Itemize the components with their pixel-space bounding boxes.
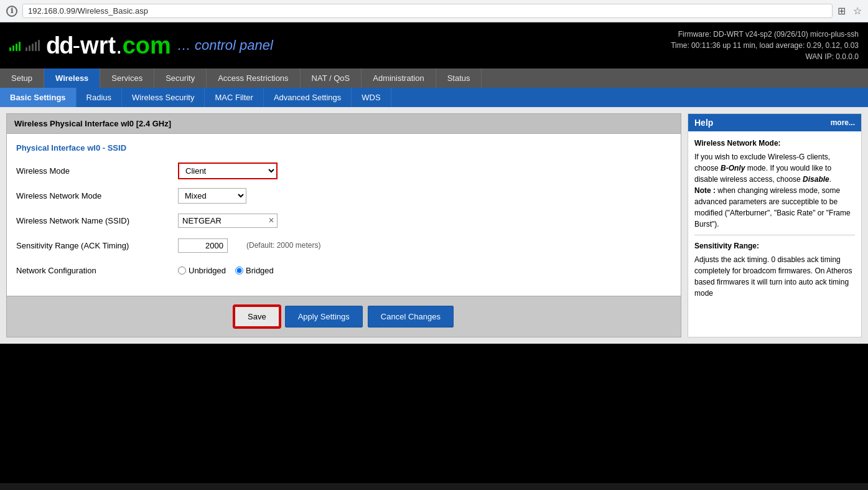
wireless-network-mode-control: Mixed B-Only G-Only N-Only Disabled — [178, 188, 246, 204]
buttons-area: Save Apply Settings Cancel Changes — [6, 296, 681, 337]
section-header: Wireless Physical Interface wl0 [2.4 GHz… — [6, 113, 681, 134]
network-config-label: Network Configuration — [16, 266, 178, 275]
nav-services[interactable]: Services — [100, 68, 154, 88]
unbridged-radio[interactable] — [178, 266, 186, 275]
help-header: Help more... — [688, 114, 861, 131]
nav-status[interactable]: Status — [436, 68, 482, 88]
wireless-mode-select[interactable]: AP Client Ad-Hoc Monitor — [178, 163, 278, 179]
bookmark-icon[interactable]: ☆ — [853, 5, 862, 17]
subnav-advanced-settings[interactable]: Advanced Settings — [264, 88, 352, 107]
bridged-radio[interactable] — [235, 266, 243, 275]
nav-administration[interactable]: Administration — [362, 68, 436, 88]
header: dd - wrt . com … control panel Firmware:… — [0, 22, 868, 68]
wireless-network-mode-row: Wireless Network Mode Mixed B-Only G-Onl… — [16, 187, 671, 204]
network-config-control: Unbridged Bridged — [178, 266, 274, 275]
subnav-basic-settings[interactable]: Basic Settings — [0, 88, 77, 107]
main-panel: Wireless Physical Interface wl0 [2.4 GHz… — [6, 113, 681, 337]
subnav-mac-filter[interactable]: MAC Filter — [205, 88, 263, 107]
page-wrapper: dd - wrt . com … control panel Firmware:… — [0, 22, 868, 483]
main-nav: Setup Wireless Services Security Access … — [0, 68, 868, 88]
info-icon[interactable]: ℹ — [6, 6, 17, 17]
header-info: Firmware: DD-WRT v24-sp2 (09/26/10) micr… — [671, 29, 859, 62]
help-more-link[interactable]: more... — [831, 118, 855, 127]
time-info: Time: 00:11:36 up 11 min, load average: … — [671, 40, 859, 51]
sensitivity-range-control: (Default: 2000 meters) — [178, 238, 320, 253]
ssid-label: Wireless Network Name (SSID) — [16, 216, 178, 225]
logo-dot: . — [116, 32, 123, 59]
logo-control-panel: … control panel — [177, 37, 273, 54]
url-bar[interactable]: 192.168.0.99/Wireless_Basic.asp — [22, 4, 833, 18]
subnav-wds[interactable]: WDS — [352, 88, 391, 107]
ssid-control: ✕ — [178, 214, 278, 228]
cancel-changes-button[interactable]: Cancel Changes — [368, 306, 454, 327]
help-panel: Help more... Wireless Network Mode: If y… — [688, 113, 862, 337]
unbridged-label[interactable]: Unbridged — [178, 266, 226, 275]
content-area: Wireless Physical Interface wl0 [2.4 GHz… — [0, 107, 868, 344]
subnav-wireless-security[interactable]: Wireless Security — [122, 88, 205, 107]
subnav-radius[interactable]: Radius — [77, 88, 122, 107]
nav-wireless[interactable]: Wireless — [44, 68, 100, 88]
form-area: Physical Interface wl0 - SSID Wireless M… — [6, 134, 681, 296]
ssid-wrapper: ✕ — [178, 214, 278, 228]
ssid-input[interactable] — [178, 214, 278, 228]
nav-security[interactable]: Security — [154, 68, 207, 88]
sensitivity-range-label: Sensitivity Range (ACK Timing) — [16, 241, 178, 250]
sensitivity-range-row: Sensitivity Range (ACK Timing) (Default:… — [16, 237, 671, 254]
tab-icon[interactable]: ⊞ — [838, 5, 846, 17]
help-section2-heading: Sensitivity Range: — [694, 240, 855, 252]
nav-access-restrictions[interactable]: Access Restrictions — [207, 68, 300, 88]
wireless-mode-control: AP Client Ad-Hoc Monitor — [178, 163, 278, 179]
bridged-label[interactable]: Bridged — [235, 266, 274, 275]
interface-title: Physical Interface wl0 - SSID — [16, 143, 671, 153]
wireless-mode-label: Wireless Mode — [16, 166, 178, 176]
ssid-clear-icon[interactable]: ✕ — [268, 216, 274, 225]
logo-dd: dd — [46, 32, 72, 59]
wan-info: WAN IP: 0.0.0.0 — [671, 51, 859, 62]
nav-nat-qos[interactable]: NAT / QoS — [301, 68, 362, 88]
ack-timing-input[interactable] — [178, 238, 228, 253]
apply-settings-button[interactable]: Apply Settings — [285, 306, 363, 327]
logo-dash: - — [72, 32, 80, 59]
wireless-network-mode-label: Wireless Network Mode — [16, 191, 178, 200]
help-content: Wireless Network Mode: If you wish to ex… — [688, 131, 861, 310]
firmware-info: Firmware: DD-WRT v24-sp2 (09/26/10) micr… — [671, 29, 859, 40]
logo: dd - wrt . com … control panel — [9, 32, 273, 59]
network-config-radio-group: Unbridged Bridged — [178, 266, 274, 275]
nav-setup[interactable]: Setup — [0, 68, 44, 88]
save-button[interactable]: Save — [234, 306, 280, 327]
logo-com: com — [123, 32, 171, 59]
help-divider — [694, 235, 855, 235]
wireless-network-mode-select[interactable]: Mixed B-Only G-Only N-Only Disabled — [178, 188, 246, 204]
sensitivity-default-hint: (Default: 2000 meters) — [246, 241, 320, 250]
ssid-row: Wireless Network Name (SSID) ✕ — [16, 212, 671, 229]
help-section1-heading: Wireless Network Mode: — [694, 138, 855, 149]
wireless-mode-row: Wireless Mode AP Client Ad-Hoc Monitor — [16, 162, 671, 179]
help-section1-body: If you wish to exclude Wireless-G client… — [694, 151, 855, 230]
unbridged-text: Unbridged — [189, 266, 226, 275]
bridged-text: Bridged — [246, 266, 274, 275]
browser-chrome: ℹ 192.168.0.99/Wireless_Basic.asp ⊞ ☆ — [0, 0, 868, 22]
help-section2-body: Adjusts the ack timing. 0 disables ack t… — [694, 254, 855, 299]
sub-nav: Basic Settings Radius Wireless Security … — [0, 88, 868, 107]
browser-icons: ⊞ ☆ — [838, 5, 862, 17]
logo-wrt: wrt — [80, 32, 116, 59]
logo-signal — [9, 40, 42, 51]
help-title: Help — [694, 118, 713, 128]
network-config-row: Network Configuration Unbridged Bridged — [16, 261, 671, 279]
